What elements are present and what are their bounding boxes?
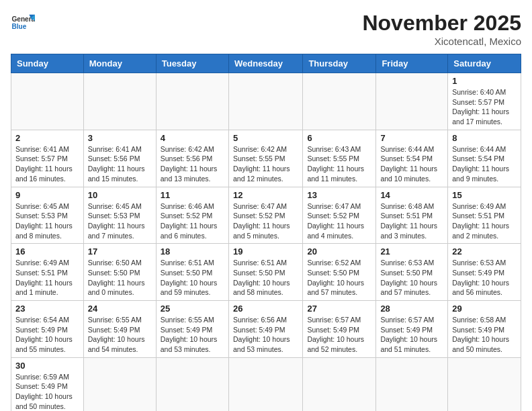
day-cell: [228, 73, 302, 130]
day-info: Sunrise: 6:50 AM Sunset: 5:50 PM Dayligh…: [88, 258, 152, 298]
day-cell: 14Sunrise: 6:48 AM Sunset: 5:51 PM Dayli…: [376, 187, 448, 244]
day-info: Sunrise: 6:51 AM Sunset: 5:50 PM Dayligh…: [161, 258, 224, 298]
day-info: Sunrise: 6:46 AM Sunset: 5:52 PM Dayligh…: [161, 201, 224, 241]
day-number: 1: [452, 76, 517, 86]
day-info: Sunrise: 6:42 AM Sunset: 5:55 PM Dayligh…: [233, 144, 298, 184]
day-cell: [448, 357, 521, 411]
day-number: 6: [307, 133, 371, 143]
col-header-sunday: Sunday: [11, 54, 84, 73]
week-row-4: 16Sunrise: 6:49 AM Sunset: 5:51 PM Dayli…: [11, 244, 521, 301]
day-cell: 20Sunrise: 6:52 AM Sunset: 5:50 PM Dayli…: [303, 244, 376, 301]
day-number: 18: [161, 246, 224, 257]
title-area: November 2025 Xicotencatl, Mexico: [362, 11, 521, 47]
day-info: Sunrise: 6:57 AM Sunset: 5:49 PM Dayligh…: [380, 315, 443, 355]
svg-text:Blue: Blue: [11, 23, 26, 30]
day-info: Sunrise: 6:45 AM Sunset: 5:53 PM Dayligh…: [88, 201, 152, 241]
day-cell: [11, 73, 84, 130]
month-title: November 2025: [362, 11, 521, 36]
day-cell: 10Sunrise: 6:45 AM Sunset: 5:53 PM Dayli…: [83, 187, 156, 244]
day-cell: 6Sunrise: 6:43 AM Sunset: 5:55 PM Daylig…: [303, 130, 376, 187]
week-row-6: 30Sunrise: 6:59 AM Sunset: 5:49 PM Dayli…: [11, 357, 521, 411]
day-number: 9: [15, 190, 79, 200]
week-row-1: 1Sunrise: 6:40 AM Sunset: 5:57 PM Daylig…: [11, 73, 521, 130]
day-number: 21: [380, 246, 443, 257]
col-header-wednesday: Wednesday: [228, 54, 302, 73]
day-info: Sunrise: 6:43 AM Sunset: 5:55 PM Dayligh…: [307, 144, 371, 184]
day-number: 23: [15, 304, 79, 314]
day-number: 12: [233, 190, 298, 200]
col-header-friday: Friday: [376, 54, 448, 73]
day-number: 3: [88, 133, 152, 143]
day-cell: 22Sunrise: 6:53 AM Sunset: 5:49 PM Dayli…: [448, 244, 521, 301]
day-cell: [303, 357, 376, 411]
day-cell: 9Sunrise: 6:45 AM Sunset: 5:53 PM Daylig…: [11, 187, 84, 244]
day-info: Sunrise: 6:55 AM Sunset: 5:49 PM Dayligh…: [88, 315, 152, 355]
day-cell: 25Sunrise: 6:55 AM Sunset: 5:49 PM Dayli…: [156, 301, 228, 358]
day-info: Sunrise: 6:41 AM Sunset: 5:57 PM Dayligh…: [15, 144, 79, 184]
day-cell: 7Sunrise: 6:44 AM Sunset: 5:54 PM Daylig…: [376, 130, 448, 187]
day-info: Sunrise: 6:47 AM Sunset: 5:52 PM Dayligh…: [307, 201, 371, 241]
day-number: 22: [452, 246, 517, 257]
day-info: Sunrise: 6:53 AM Sunset: 5:50 PM Dayligh…: [380, 258, 443, 298]
day-info: Sunrise: 6:59 AM Sunset: 5:49 PM Dayligh…: [15, 372, 79, 411]
day-cell: [376, 357, 448, 411]
col-header-tuesday: Tuesday: [156, 54, 228, 73]
day-number: 17: [88, 246, 152, 257]
day-info: Sunrise: 6:55 AM Sunset: 5:49 PM Dayligh…: [161, 315, 224, 355]
day-info: Sunrise: 6:53 AM Sunset: 5:49 PM Dayligh…: [452, 258, 517, 298]
day-number: 15: [452, 190, 517, 200]
day-cell: 15Sunrise: 6:49 AM Sunset: 5:51 PM Dayli…: [448, 187, 521, 244]
day-info: Sunrise: 6:41 AM Sunset: 5:56 PM Dayligh…: [88, 144, 152, 184]
day-cell: 18Sunrise: 6:51 AM Sunset: 5:50 PM Dayli…: [156, 244, 228, 301]
day-cell: 5Sunrise: 6:42 AM Sunset: 5:55 PM Daylig…: [228, 130, 302, 187]
location: Xicotencatl, Mexico: [362, 36, 521, 47]
day-number: 5: [233, 133, 298, 143]
day-info: Sunrise: 6:56 AM Sunset: 5:49 PM Dayligh…: [233, 315, 298, 355]
day-info: Sunrise: 6:44 AM Sunset: 5:54 PM Dayligh…: [452, 144, 517, 184]
week-row-2: 2Sunrise: 6:41 AM Sunset: 5:57 PM Daylig…: [11, 130, 521, 187]
day-info: Sunrise: 6:58 AM Sunset: 5:49 PM Dayligh…: [452, 315, 517, 355]
day-cell: 24Sunrise: 6:55 AM Sunset: 5:49 PM Dayli…: [83, 301, 156, 358]
day-number: 7: [380, 133, 443, 143]
day-cell: 23Sunrise: 6:54 AM Sunset: 5:49 PM Dayli…: [11, 301, 84, 358]
day-number: 13: [307, 190, 371, 200]
day-info: Sunrise: 6:52 AM Sunset: 5:50 PM Dayligh…: [307, 258, 371, 298]
week-row-3: 9Sunrise: 6:45 AM Sunset: 5:53 PM Daylig…: [11, 187, 521, 244]
day-info: Sunrise: 6:48 AM Sunset: 5:51 PM Dayligh…: [380, 201, 443, 241]
day-cell: 8Sunrise: 6:44 AM Sunset: 5:54 PM Daylig…: [448, 130, 521, 187]
day-cell: 1Sunrise: 6:40 AM Sunset: 5:57 PM Daylig…: [448, 73, 521, 130]
day-number: 26: [233, 304, 298, 314]
day-cell: 19Sunrise: 6:51 AM Sunset: 5:50 PM Dayli…: [228, 244, 302, 301]
week-row-5: 23Sunrise: 6:54 AM Sunset: 5:49 PM Dayli…: [11, 301, 521, 358]
day-cell: [156, 357, 228, 411]
day-cell: 16Sunrise: 6:49 AM Sunset: 5:51 PM Dayli…: [11, 244, 84, 301]
day-cell: 26Sunrise: 6:56 AM Sunset: 5:49 PM Dayli…: [228, 301, 302, 358]
day-cell: 2Sunrise: 6:41 AM Sunset: 5:57 PM Daylig…: [11, 130, 84, 187]
day-number: 25: [161, 304, 224, 314]
day-number: 16: [15, 246, 79, 257]
day-cell: 3Sunrise: 6:41 AM Sunset: 5:56 PM Daylig…: [83, 130, 156, 187]
day-cell: 4Sunrise: 6:42 AM Sunset: 5:56 PM Daylig…: [156, 130, 228, 187]
day-cell: [156, 73, 228, 130]
day-number: 30: [15, 361, 79, 371]
day-number: 2: [15, 133, 79, 143]
day-info: Sunrise: 6:42 AM Sunset: 5:56 PM Dayligh…: [161, 144, 224, 184]
col-header-monday: Monday: [83, 54, 156, 73]
day-cell: 28Sunrise: 6:57 AM Sunset: 5:49 PM Dayli…: [376, 301, 448, 358]
day-cell: 17Sunrise: 6:50 AM Sunset: 5:50 PM Dayli…: [83, 244, 156, 301]
day-cell: [303, 73, 376, 130]
day-cell: 27Sunrise: 6:57 AM Sunset: 5:49 PM Dayli…: [303, 301, 376, 358]
day-info: Sunrise: 6:51 AM Sunset: 5:50 PM Dayligh…: [233, 258, 298, 298]
day-number: 10: [88, 190, 152, 200]
logo: General Blue: [11, 11, 35, 35]
calendar-header-row: SundayMondayTuesdayWednesdayThursdayFrid…: [11, 54, 521, 73]
day-info: Sunrise: 6:44 AM Sunset: 5:54 PM Dayligh…: [380, 144, 443, 184]
col-header-thursday: Thursday: [303, 54, 376, 73]
day-info: Sunrise: 6:47 AM Sunset: 5:52 PM Dayligh…: [233, 201, 298, 241]
day-info: Sunrise: 6:49 AM Sunset: 5:51 PM Dayligh…: [15, 258, 79, 298]
day-number: 4: [161, 133, 224, 143]
day-cell: [376, 73, 448, 130]
day-info: Sunrise: 6:54 AM Sunset: 5:49 PM Dayligh…: [15, 315, 79, 355]
day-cell: 29Sunrise: 6:58 AM Sunset: 5:49 PM Dayli…: [448, 301, 521, 358]
day-number: 24: [88, 304, 152, 314]
